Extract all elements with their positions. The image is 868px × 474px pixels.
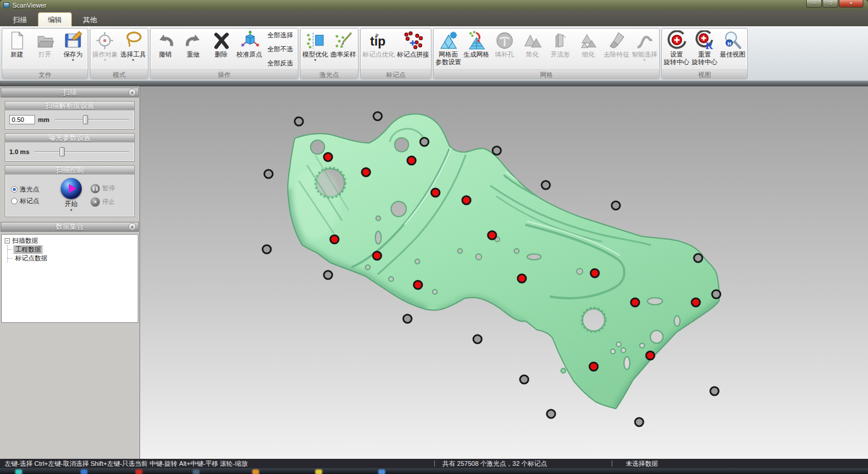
target-icon: [95, 30, 116, 51]
resolution-slider-thumb[interactable]: [83, 115, 88, 124]
marker-point-red[interactable]: [373, 252, 381, 260]
minimize-button[interactable]: ─: [806, 0, 822, 8]
lasso-icon: [123, 30, 144, 51]
delete-button[interactable]: 删除: [207, 29, 235, 69]
title-bar[interactable]: ScanViewer ─❐✕: [0, 0, 868, 10]
best-view-button[interactable]: H最佳视图: [719, 29, 747, 69]
marker-point-red[interactable]: [431, 189, 440, 197]
marker-point-red[interactable]: [324, 153, 332, 161]
selection-stack: 全部选择全部不选全部反选: [263, 29, 297, 69]
dropdown-arrow-icon: ▼: [643, 58, 646, 62]
ribbon-button-label: 填补孔: [495, 51, 514, 58]
marker-point-red[interactable]: [518, 274, 526, 283]
model-optimize-icon: [305, 30, 326, 51]
marker-points-radio[interactable]: 标记点: [11, 197, 52, 205]
resolution-input[interactable]: [9, 115, 35, 124]
marker-point-gray[interactable]: [374, 112, 382, 120]
calibrate-origin-button[interactable]: 校准原点: [235, 29, 263, 69]
tab-other[interactable]: 其他: [74, 13, 106, 26]
marker-stitch-button[interactable]: 标记点拼接: [396, 29, 430, 69]
save-as-button[interactable]: 保存为▼: [59, 29, 87, 69]
marker-point-red[interactable]: [646, 351, 654, 360]
marker-point-gray[interactable]: [420, 138, 428, 146]
collapse-chevron-icon[interactable]: ∧: [128, 223, 136, 231]
ribbon-button-label: 开流形: [551, 51, 570, 58]
marker-point-gray[interactable]: [403, 315, 412, 323]
simplify-icon: [522, 30, 543, 51]
marker-point-red[interactable]: [591, 269, 599, 277]
resolution-slider[interactable]: [54, 114, 130, 125]
marker-point-gray[interactable]: [324, 271, 332, 279]
marker-point-gray[interactable]: [547, 410, 555, 418]
marker-point-gray[interactable]: [263, 245, 271, 253]
model-optimize-button[interactable]: 模型优化▼: [301, 29, 329, 69]
marker-point-red[interactable]: [362, 168, 370, 176]
marker-point-gray[interactable]: [710, 387, 719, 395]
set-rotation-center-button[interactable]: 设置 旋转中心: [663, 29, 691, 69]
marker-point-gray[interactable]: [635, 418, 643, 426]
marker-point-gray[interactable]: [520, 375, 528, 384]
marker-point-gray[interactable]: [264, 170, 273, 178]
sidebar-filler: [0, 325, 140, 459]
3d-viewport[interactable]: [140, 86, 868, 459]
marker-point-gray[interactable]: [295, 117, 303, 126]
undo-button[interactable]: 撤销: [151, 29, 179, 69]
ribbon-button-label: 最佳视图: [720, 51, 745, 58]
reset-rotation-center-button[interactable]: R重置 旋转中心: [691, 29, 719, 69]
invert-selection-button[interactable]: 全部反选: [267, 59, 293, 68]
marker-point-gray[interactable]: [542, 181, 550, 189]
tab-edit[interactable]: 编辑: [38, 12, 72, 26]
marker-point-red[interactable]: [407, 156, 416, 165]
exposure-slider[interactable]: [33, 147, 130, 157]
ribbon-tab-row: 扫描编辑其他: [0, 10, 868, 26]
select-all-button[interactable]: 全部选择: [267, 31, 293, 40]
marker-point-gray[interactable]: [694, 254, 702, 262]
marker-point-gray[interactable]: [712, 290, 720, 298]
close-button[interactable]: ✕: [839, 0, 863, 8]
ribbon-group-label: 视图: [662, 69, 747, 79]
ribbon-button-label: 细化: [582, 51, 595, 58]
redo-button[interactable]: 重做: [179, 29, 207, 69]
app-window: ScanViewer ─❐✕ 扫描编辑其他 新建打开保存为▼文件操作对象▼选择工…: [0, 0, 868, 468]
marker-point-gray[interactable]: [473, 335, 482, 343]
tree-node-project-data[interactable]: 工程数据: [8, 245, 135, 254]
deselect-all-button[interactable]: 全部不选: [267, 45, 293, 54]
marker-point-red[interactable]: [414, 281, 422, 289]
app-icon: [4, 2, 9, 8]
exposure-slider-thumb[interactable]: [60, 147, 65, 156]
selection-tool-button[interactable]: 选择工具▼: [119, 29, 147, 69]
tree-node-scan-data[interactable]: − 扫描数据: [5, 236, 135, 245]
generate-mesh-icon: [466, 30, 487, 51]
marker-point-gray[interactable]: [493, 147, 501, 155]
marker-point-red[interactable]: [462, 196, 470, 204]
start-dropdown-icon[interactable]: ▼: [52, 208, 90, 212]
data-panel-header: 数据集合 ∧: [1, 222, 139, 232]
refine-icon: [578, 30, 599, 51]
tab-scan[interactable]: 扫描: [4, 13, 36, 26]
maximize-button[interactable]: ❐: [822, 0, 838, 8]
resolution-unit: mm: [38, 116, 50, 123]
marker-point-red[interactable]: [631, 298, 639, 306]
laser-points-radio[interactable]: 激光点: [11, 185, 52, 194]
resolution-group-title: 扫描解析度设置: [5, 102, 134, 110]
dropdown-arrow-icon: ▼: [103, 58, 107, 62]
tree-node-marker-data[interactable]: 标记点数据: [8, 254, 135, 263]
marker-point-red[interactable]: [488, 231, 496, 239]
ribbon-group-label: 文件: [2, 69, 88, 79]
group-laser-points: 模型优化▼曲率采样激光点: [300, 28, 358, 79]
marker-point-red[interactable]: [590, 363, 598, 371]
ribbon-button-label: 标记点拼接: [397, 51, 429, 58]
generate-mesh-button[interactable]: 生成网格: [462, 29, 490, 69]
marker-point-red[interactable]: [692, 298, 700, 306]
collapse-chevron-icon[interactable]: ∧: [128, 89, 136, 96]
scan-panel-header: 扫描 ∧: [1, 88, 139, 97]
new-button[interactable]: 新建: [3, 29, 31, 69]
mesh-parameter-settings-button[interactable]: 网格面 参数设置: [434, 29, 462, 69]
ribbon-button-label: 曲率采样: [330, 51, 356, 58]
curvature-sampling-button[interactable]: 曲率采样: [329, 29, 357, 69]
marker-point-red[interactable]: [330, 235, 339, 243]
tree-expander-icon[interactable]: −: [5, 238, 10, 243]
marker-point-gray[interactable]: [612, 201, 620, 210]
open-manifold-button: 开流形: [546, 29, 574, 69]
start-scan-button[interactable]: [61, 178, 82, 199]
